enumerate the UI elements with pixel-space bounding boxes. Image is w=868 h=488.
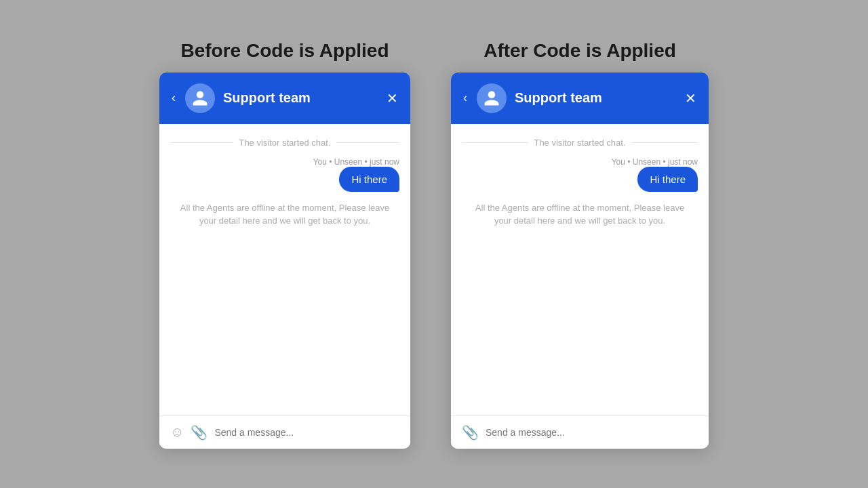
after-avatar — [477, 83, 507, 113]
before-chat-header: ‹ Support team ✕ — [159, 73, 410, 124]
after-system-message: The visitor started chat. — [462, 138, 698, 148]
before-chat-name: Support team — [223, 90, 378, 106]
before-chat-body: The visitor started chat. You • Unseen •… — [159, 124, 410, 415]
after-back-button[interactable]: ‹ — [463, 91, 467, 105]
after-chat-bubble: Hi there — [637, 167, 698, 192]
before-back-button[interactable]: ‹ — [172, 91, 176, 105]
after-message-input[interactable] — [486, 427, 698, 438]
before-emoji-icon[interactable]: ☺ — [170, 424, 184, 440]
before-offline-message: All the Agents are offline at the moment… — [170, 201, 399, 228]
before-chat-meta: You • Unseen • just now — [313, 157, 399, 167]
after-title: After Code is Applied — [484, 40, 676, 62]
after-close-button[interactable]: ✕ — [685, 90, 696, 106]
before-attach-icon[interactable]: 📎 — [191, 424, 208, 441]
after-attach-icon[interactable]: 📎 — [462, 424, 479, 441]
before-chat-footer: ☺ 📎 — [159, 415, 410, 449]
after-chat-footer: 📎 — [451, 415, 709, 449]
before-chat-widget: ‹ Support team ✕ The visitor started cha… — [159, 73, 410, 449]
before-title: Before Code is Applied — [180, 40, 389, 62]
before-avatar — [185, 83, 215, 113]
after-section: After Code is Applied ‹ Support team ✕ T… — [451, 40, 709, 449]
before-message-input[interactable] — [214, 427, 399, 438]
after-avatar-icon — [483, 89, 500, 107]
before-bubble-row: You • Unseen • just now Hi there — [170, 155, 399, 192]
before-chat-bubble: Hi there — [339, 167, 399, 192]
before-close-button[interactable]: ✕ — [387, 90, 398, 106]
after-chat-body: The visitor started chat. You • Unseen •… — [451, 124, 709, 415]
after-chat-meta: You • Unseen • just now — [612, 157, 698, 167]
before-avatar-icon — [191, 89, 209, 107]
after-bubble-row: You • Unseen • just now Hi there — [462, 155, 698, 192]
after-chat-widget: ‹ Support team ✕ The visitor started cha… — [451, 73, 709, 449]
after-chat-header: ‹ Support team ✕ — [451, 73, 709, 124]
after-chat-name: Support team — [515, 90, 677, 106]
before-system-message: The visitor started chat. — [170, 138, 399, 148]
before-section: Before Code is Applied ‹ Support team ✕ … — [159, 40, 410, 449]
after-offline-message: All the Agents are offline at the moment… — [462, 201, 698, 228]
